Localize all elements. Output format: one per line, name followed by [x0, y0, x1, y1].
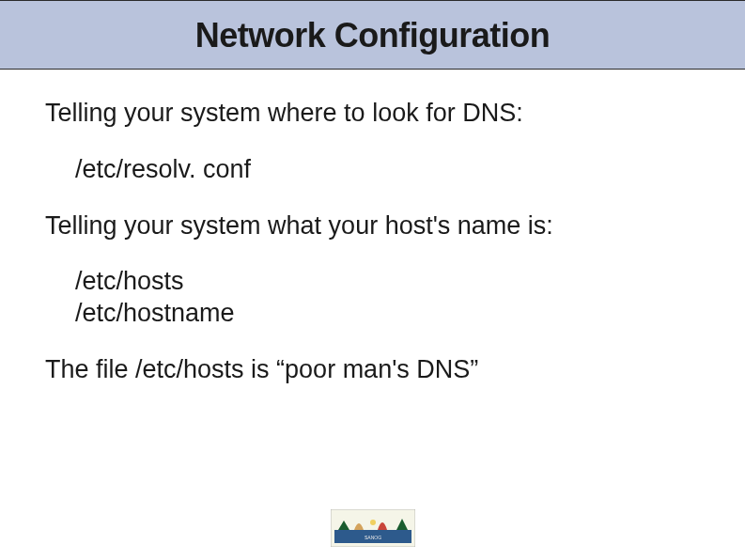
hostname-path: /etc/hostname — [75, 298, 700, 330]
footer-logo: SANOG — [331, 509, 415, 547]
slide-content: Telling your system where to look for DN… — [0, 70, 745, 439]
title-band: Network Configuration — [0, 0, 745, 70]
logo-icon: SANOG — [331, 509, 415, 547]
dns-file-list: /etc/resolv. conf — [45, 154, 700, 186]
dns-intro-text: Telling your system where to look for DN… — [45, 98, 700, 130]
slide: Network Configuration Telling your syste… — [0, 0, 745, 560]
slide-title: Network Configuration — [0, 16, 745, 55]
svg-text:SANOG: SANOG — [364, 535, 380, 540]
hosts-path: /etc/hosts — [75, 266, 700, 298]
closing-text: The file /etc/hosts is “poor man's DNS” — [45, 354, 700, 386]
resolv-conf-path: /etc/resolv. conf — [75, 154, 700, 186]
hostname-file-list: /etc/hosts /etc/hostname — [45, 266, 700, 330]
svg-point-2 — [370, 520, 376, 525]
hostname-intro-text: Telling your system what your host's nam… — [45, 210, 700, 242]
